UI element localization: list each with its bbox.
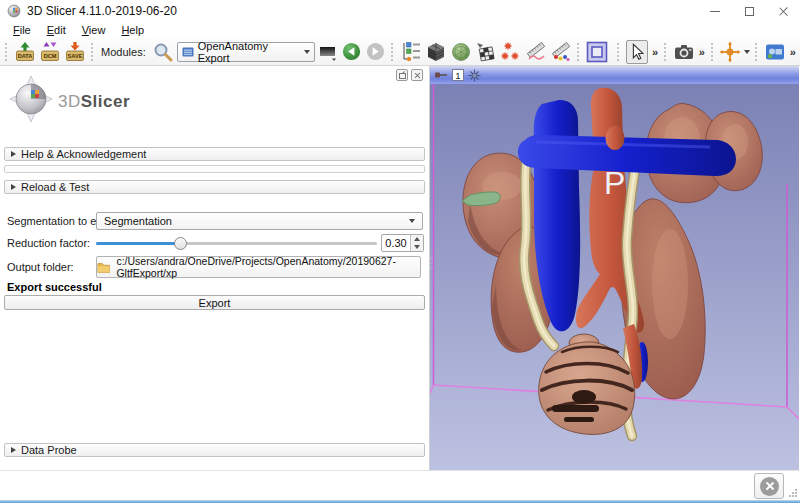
mouse-pointer-icon — [627, 42, 647, 62]
layout-icon — [585, 40, 609, 64]
mesenteric-artery-stub[interactable] — [606, 126, 625, 150]
module-history-button[interactable] — [318, 40, 338, 64]
volume-rendering-cube-button[interactable] — [425, 40, 447, 64]
menu-file[interactable]: File — [6, 23, 38, 37]
subject-hierarchy-icon — [400, 41, 422, 63]
module-search-icon — [152, 41, 174, 63]
mouse-interaction-button[interactable] — [626, 40, 648, 64]
menu-edit[interactable]: Edit — [40, 23, 73, 37]
slider-fill — [96, 242, 180, 245]
markups-button[interactable] — [500, 40, 522, 64]
models-sphere-button[interactable] — [450, 40, 472, 64]
crosshair-button[interactable] — [719, 40, 741, 64]
collapse-arrow-icon — [11, 184, 16, 190]
module-search-button[interactable] — [152, 40, 174, 64]
output-folder-button[interactable]: c:/Users/andra/OneDrive/Projects/OpenAna… — [96, 256, 421, 278]
viewport-3d-scene[interactable]: P — [430, 84, 799, 470]
volumes-grid-button[interactable] — [475, 40, 497, 64]
extensions-manager-button[interactable] — [764, 40, 786, 64]
center-view-icon[interactable] — [468, 69, 481, 82]
layout-selector-button[interactable] — [585, 40, 609, 64]
ruler-icon — [525, 41, 547, 63]
spin-up-icon[interactable] — [411, 235, 423, 243]
annotations-icon — [550, 41, 572, 63]
reduction-factor-spinbox[interactable]: 0.30 — [381, 234, 424, 252]
slider-handle[interactable] — [174, 237, 187, 250]
output-folder-path: c:/Users/andra/OneDrive/Projects/OpenAna… — [116, 255, 420, 279]
screenshot-button[interactable] — [673, 40, 695, 64]
data-probe-section[interactable]: Data Probe — [4, 443, 425, 457]
toolbar-grip[interactable] — [391, 43, 395, 61]
module-history-icon — [318, 42, 338, 62]
resize-grip[interactable] — [789, 489, 797, 497]
svg-text:DATA: DATA — [17, 53, 32, 59]
module-selector[interactable]: OpenAnatomy Export — [177, 42, 316, 62]
toolbar: DATA DCM SAVE Modules: — [0, 38, 800, 66]
view-label: 1 — [452, 69, 464, 81]
toolbar-grip[interactable] — [91, 43, 95, 61]
volume-rendering-cube-icon — [425, 41, 447, 63]
history-back-button[interactable] — [341, 40, 362, 64]
reload-test-section[interactable]: Reload & Test — [4, 180, 425, 194]
status-bar — [0, 470, 800, 500]
slicer-window: 3D Slicer 4.11.0-2019-06-20 File Edit Vi… — [0, 0, 800, 503]
export-button[interactable]: Export — [4, 295, 425, 310]
pin-icon[interactable] — [434, 69, 448, 81]
module-panel: 3DSlicer Help & Acknowledgement Reload &… — [0, 66, 430, 470]
markups-icon — [500, 41, 522, 63]
chevron-down-icon — [409, 219, 415, 223]
screenshot-camera-icon — [673, 41, 695, 63]
maximize-button[interactable] — [732, 0, 766, 22]
module-icon — [182, 46, 194, 58]
svg-text:DCM: DCM — [43, 53, 56, 59]
overflow-chevron[interactable]: » — [790, 46, 796, 58]
view-3d: 1 — [430, 66, 799, 470]
toolbar-grip[interactable] — [577, 43, 581, 61]
minimize-button[interactable] — [698, 0, 732, 22]
orientation-label-posterior: P — [604, 165, 625, 201]
modules-label: Modules: — [101, 46, 146, 58]
toolbar-grip[interactable] — [5, 43, 9, 61]
menu-help[interactable]: Help — [114, 23, 151, 37]
overflow-chevron[interactable]: » — [699, 46, 705, 58]
close-button[interactable] — [766, 0, 800, 22]
load-dicom-icon: DCM — [39, 41, 61, 63]
reduction-factor-slider[interactable] — [96, 234, 377, 252]
save-button[interactable]: SAVE — [64, 40, 86, 64]
title-bar: 3D Slicer 4.11.0-2019-06-20 — [0, 0, 800, 22]
annotations-button[interactable] — [550, 40, 572, 64]
spin-down-icon[interactable] — [411, 243, 423, 251]
chevron-down-icon — [304, 50, 310, 54]
forward-icon — [365, 41, 386, 62]
help-acknowledgement-section[interactable]: Help & Acknowledgement — [4, 147, 425, 161]
close-icon — [778, 6, 789, 17]
slicer-logo: 3DSlicer — [8, 74, 130, 124]
reduction-factor-label: Reduction factor: — [7, 237, 90, 249]
load-data-button[interactable]: DATA — [14, 40, 36, 64]
toolbar-grip[interactable] — [617, 43, 621, 61]
collapsed-frame — [4, 165, 425, 173]
menu-bar: File Edit View Help — [0, 22, 800, 38]
module-selected-value: OpenAnatomy Export — [198, 40, 301, 64]
load-dicom-button[interactable]: DCM — [39, 40, 61, 64]
models-sphere-icon — [450, 41, 472, 63]
volumes-grid-icon — [475, 41, 497, 63]
collapse-arrow-icon — [11, 447, 16, 453]
segmentation-selector[interactable]: Segmentation — [96, 212, 423, 230]
overflow-chevron[interactable]: » — [652, 46, 658, 58]
toolbar-grip[interactable] — [711, 43, 715, 61]
toolbar-grip[interactable] — [664, 43, 668, 61]
history-forward-button[interactable] — [365, 40, 386, 64]
subject-hierarchy-button[interactable] — [400, 40, 422, 64]
folder-icon — [97, 261, 110, 274]
chevron-down-icon[interactable] — [744, 50, 750, 54]
panel-popout-icon[interactable] — [396, 69, 408, 81]
slicer-logo-icon — [8, 74, 54, 124]
minimize-icon — [710, 11, 720, 12]
panel-close-icon[interactable] — [411, 69, 423, 81]
toolbar-grip[interactable] — [755, 43, 759, 61]
slicer-logo-text: 3DSlicer — [58, 92, 130, 112]
menu-view[interactable]: View — [75, 23, 113, 37]
ruler-button[interactable] — [525, 40, 547, 64]
error-log-button[interactable] — [754, 473, 784, 499]
